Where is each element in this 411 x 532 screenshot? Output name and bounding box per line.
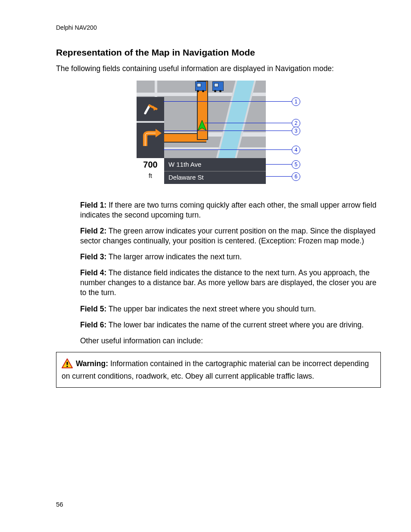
callout-number: 4 <box>292 146 300 154</box>
current-position-icon <box>198 120 206 131</box>
map-area <box>137 81 266 158</box>
callout-line <box>163 149 292 150</box>
page-number: 56 <box>56 501 63 508</box>
field-description: Field 5: The upper bar indicates the nex… <box>80 304 381 314</box>
callout-number: 6 <box>292 172 300 181</box>
turn-panel <box>137 97 164 158</box>
callout-line <box>266 176 292 177</box>
field-description: Field 2: The green arrow indicates your … <box>80 226 381 246</box>
field-text: The upper bar indicates the next street … <box>106 305 316 313</box>
field-label: Field 1: <box>80 201 106 209</box>
svg-rect-4 <box>67 362 68 365</box>
field-text: If there are two turns coming quickly af… <box>80 201 377 219</box>
field-label: Field 3: <box>80 252 106 261</box>
warning-icon <box>62 358 73 371</box>
field-description: Field 3: The larger arrow indicates the … <box>80 252 381 262</box>
field-text: The green arrow indicates your current p… <box>80 227 375 245</box>
next-street-label: W 11th Ave <box>168 161 201 168</box>
current-street-label: Delaware St <box>168 174 204 181</box>
svg-marker-0 <box>198 120 206 131</box>
field-label: Field 6: <box>80 320 106 329</box>
navigation-map-figure: 700 ft W 11th Ave Delaware St 1 2 3 4 5 … <box>137 81 300 187</box>
field-description: Field 6: The lower bar indicates the nam… <box>80 320 381 330</box>
field-descriptions: Field 1: If there are two turns coming q… <box>56 200 381 346</box>
vehicle-icon <box>212 81 224 91</box>
figure-container: 700 ft W 11th Ave Delaware St 1 2 3 4 5 … <box>56 81 381 187</box>
callout-number: 5 <box>292 160 300 169</box>
water-diagonal <box>213 81 259 158</box>
next-turn-arrow-icon <box>141 129 162 149</box>
field-text: The distance field indicates the distanc… <box>80 268 377 297</box>
field-label: Field 5: <box>80 305 106 313</box>
field-label: Field 4: <box>80 268 106 277</box>
distance-field: 700 ft <box>137 158 164 184</box>
distance-unit: ft <box>137 170 164 179</box>
callout-line <box>163 131 292 131</box>
warning-box: Warning: Information contained in the ca… <box>56 352 381 388</box>
callout-line <box>163 101 292 102</box>
street-bars: W 11th Ave Delaware St <box>164 158 266 184</box>
svg-marker-2 <box>156 129 162 137</box>
callout-number: 3 <box>292 127 300 135</box>
field-label: Field 2: <box>80 227 106 235</box>
callout-number: 1 <box>292 97 300 106</box>
callout-number: 2 <box>292 119 300 128</box>
section-title: Representation of the Map in Navigation … <box>56 47 381 58</box>
other-info-paragraph: Other useful information can include: <box>80 336 381 346</box>
warning-label: Warning: <box>76 359 108 368</box>
field-text: The larger arrow indicates the next turn… <box>106 252 242 261</box>
map-screenshot: 700 ft W 11th Ave Delaware St <box>137 81 266 184</box>
field-description: Field 1: If there are two turns coming q… <box>80 200 381 220</box>
small-turn-arrow-icon <box>143 102 158 118</box>
svg-rect-5 <box>67 366 68 367</box>
distance-value: 700 <box>137 158 164 170</box>
field-text: The lower bar indicates the name of the … <box>106 320 364 329</box>
vehicle-icon <box>195 81 206 91</box>
callout-line <box>205 123 292 123</box>
field-description: Field 4: The distance field indicates th… <box>80 268 381 298</box>
product-header: Delphi NAV200 <box>56 24 381 31</box>
intro-paragraph: The following fields containing useful i… <box>56 64 381 74</box>
divider <box>164 171 266 171</box>
callout-line <box>266 164 292 165</box>
